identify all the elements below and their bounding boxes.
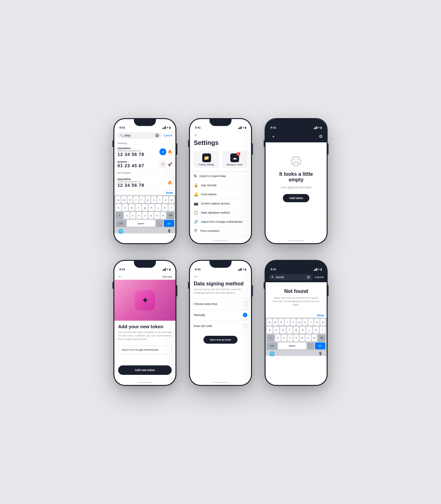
key-shift[interactable]: ⇧	[116, 212, 123, 219]
key-z[interactable]: z	[124, 212, 129, 219]
token-item-playlink[interactable]: playlink 01 23 45 67 7 🚀	[114, 159, 175, 170]
radio-circle-choose[interactable]	[243, 302, 247, 306]
key-d[interactable]: d	[129, 204, 135, 211]
badge-action[interactable]: 7	[159, 161, 166, 168]
key6-o[interactable]: o	[314, 319, 319, 326]
radio-choose-every-time[interactable]: Choose every time	[190, 298, 251, 309]
key6-f[interactable]: f	[287, 327, 292, 334]
key-k[interactable]: k	[162, 204, 168, 211]
add-new-token-button[interactable]: Add new token	[118, 365, 172, 375]
clear-button[interactable]: ✕	[155, 134, 159, 137]
key-w[interactable]: w	[122, 196, 127, 203]
dark-clear-button[interactable]: ✕	[306, 275, 310, 279]
key-f[interactable]: f	[135, 204, 141, 211]
back-button-settings[interactable]: ←	[190, 130, 251, 138]
key6-c[interactable]: c	[288, 335, 293, 341]
key6-123[interactable]: 123	[267, 342, 277, 349]
key-r[interactable]: r	[134, 196, 139, 203]
key6-q[interactable]: q	[267, 319, 272, 326]
key6-space[interactable]: space	[278, 342, 306, 349]
key-n[interactable]: n	[154, 212, 159, 219]
radio-scan-qr[interactable]: Scan QR code	[190, 320, 251, 331]
key6-d[interactable]: d	[280, 327, 286, 334]
back-button-add[interactable]: ←	[118, 274, 123, 279]
key-backspace[interactable]: ⌫	[167, 212, 174, 219]
add-token-top-button[interactable]: +	[269, 132, 278, 140]
key-o[interactable]: o	[163, 196, 168, 203]
key-x[interactable]: x	[130, 212, 135, 219]
dark-search-input[interactable]	[276, 276, 305, 279]
key-i[interactable]: i	[157, 196, 162, 203]
key-t[interactable]: t	[140, 196, 145, 203]
key6-shift[interactable]: ⇧	[267, 335, 274, 341]
settings-item-import-export[interactable]: ⇅ Import or export data ›	[190, 172, 251, 181]
globe-icon[interactable]: 🌐	[118, 229, 123, 234]
mic-icon[interactable]: 🎙	[167, 229, 172, 234]
key-y[interactable]: y	[146, 196, 151, 203]
key6-m[interactable]: m	[312, 335, 317, 341]
settings-item-push-tokens[interactable]: 🔔 Push tokens ›	[190, 190, 251, 199]
key-l[interactable]: l	[169, 204, 174, 211]
key6-x[interactable]: x	[282, 335, 287, 341]
key-e[interactable]: e	[128, 196, 133, 203]
key-u[interactable]: u	[151, 196, 156, 203]
settings-item-time-correction[interactable]: ⏱ Time correction ›	[190, 226, 251, 236]
backup-cloud-action[interactable]: ☁ 2 Backup in cloud	[222, 151, 247, 168]
key6-period[interactable]: .	[307, 342, 314, 349]
settings-item-app-security[interactable]: 🔒 App security ›	[190, 181, 251, 190]
key-123[interactable]: 123	[116, 220, 126, 227]
settings-gear-button[interactable]: ⚙	[319, 134, 323, 139]
key6-y[interactable]: y	[297, 319, 302, 326]
key-g[interactable]: g	[142, 204, 148, 211]
key-v[interactable]: v	[142, 212, 147, 219]
key6-u[interactable]: u	[302, 319, 307, 326]
key-go[interactable]: go	[164, 220, 174, 227]
token-item-playstation-1[interactable]: playstation barbost337@gmail.com 12 34 5…	[114, 145, 175, 159]
key6-h[interactable]: h	[300, 327, 306, 334]
key-b[interactable]: b	[148, 212, 153, 219]
key6-b[interactable]: b	[300, 335, 305, 341]
key6-backspace[interactable]: ⌫	[318, 335, 325, 341]
key6-s[interactable]: s	[273, 327, 279, 334]
key6-n[interactable]: n	[306, 335, 311, 341]
key6-l[interactable]: l	[320, 327, 325, 334]
key6-i[interactable]: i	[308, 319, 313, 326]
key6-k[interactable]: k	[313, 327, 319, 334]
key-space[interactable]: space	[127, 220, 155, 227]
save-back-button[interactable]: Save and go back	[203, 336, 238, 344]
key-a[interactable]: a	[116, 204, 121, 211]
cancel-button[interactable]: Cancel	[163, 134, 172, 137]
import-google-row[interactable]: Import from Google Authenticator ›	[118, 346, 172, 354]
key6-v[interactable]: v	[294, 335, 299, 341]
key-m[interactable]: m	[161, 212, 166, 219]
dark-search-input-wrap[interactable]: 🔍 ✕	[269, 274, 313, 280]
key-p[interactable]: p	[169, 196, 174, 203]
dark-cancel-button[interactable]: Cancel	[315, 276, 324, 279]
key6-w[interactable]: w	[273, 319, 278, 326]
mic-icon-6[interactable]: 🎙	[318, 351, 323, 356]
globe-icon-6[interactable]: 🌐	[269, 351, 275, 356]
not-now-button[interactable]: Not now	[163, 275, 172, 278]
add-token-button[interactable]: Add token	[283, 194, 309, 202]
key6-g[interactable]: g	[293, 327, 299, 334]
key-c[interactable]: c	[136, 212, 141, 219]
settings-item-import-google[interactable]: 🔗 Import from Google Authenticator ›	[190, 217, 251, 226]
key-q[interactable]: q	[116, 196, 121, 203]
key-s[interactable]: s	[122, 204, 128, 211]
key6-j[interactable]: j	[306, 327, 312, 334]
key6-a[interactable]: a	[267, 327, 272, 334]
settings-item-screen-capture[interactable]: 📷 Screen capture access ›	[190, 199, 251, 208]
radio-circle-scan[interactable]	[243, 324, 247, 328]
key6-z[interactable]: z	[275, 335, 280, 341]
key6-go[interactable]: go	[315, 342, 325, 349]
key6-e[interactable]: e	[279, 319, 284, 326]
search-input[interactable]	[124, 134, 154, 137]
key-period[interactable]: .	[156, 220, 163, 227]
key6-t[interactable]: t	[291, 319, 296, 326]
key6-p[interactable]: p	[320, 319, 325, 326]
search-input-wrap[interactable]: 🔍 ✕	[117, 132, 162, 139]
key-j[interactable]: j	[155, 204, 161, 211]
radio-circle-manually[interactable]: ✓	[243, 313, 247, 317]
settings-item-data-signature[interactable]: 📋 Data signature method ›	[190, 208, 251, 217]
key6-r[interactable]: r	[285, 319, 290, 326]
